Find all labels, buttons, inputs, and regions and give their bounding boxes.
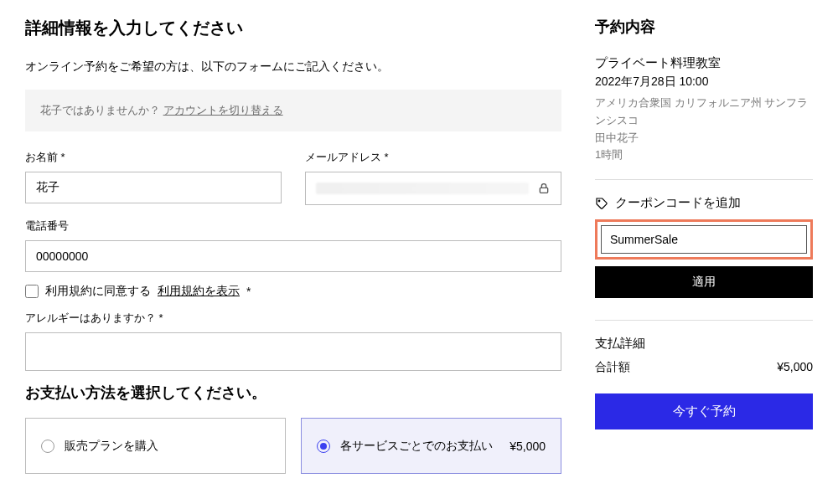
total-label: 合計額 xyxy=(595,360,630,375)
email-input-locked xyxy=(305,172,561,205)
name-input[interactable] xyxy=(25,172,282,203)
total-value: ¥5,000 xyxy=(777,360,813,375)
tag-icon xyxy=(595,197,608,210)
svg-rect-0 xyxy=(540,188,547,193)
switch-prefix: 花子ではありませんか？ xyxy=(40,104,160,116)
allergy-textarea[interactable] xyxy=(25,332,561,371)
intro-text: オンライン予約をご希望の方は、以下のフォームにご記入ください。 xyxy=(25,59,561,75)
summary-heading: 予約内容 xyxy=(595,17,813,37)
apply-button[interactable]: 適用 xyxy=(595,266,813,298)
switch-account-link[interactable]: アカウントを切り替える xyxy=(163,104,283,116)
coupon-label: クーポンコードを追加 xyxy=(615,195,741,211)
svg-point-1 xyxy=(598,200,600,202)
coupon-highlight-box xyxy=(595,219,813,260)
terms-agree-text: 利用規約に同意する xyxy=(45,284,151,299)
divider xyxy=(595,320,813,321)
pay-option-per-service[interactable]: 各サービスごとでのお支払い ¥5,000 xyxy=(301,418,561,474)
radio-per-service[interactable] xyxy=(317,440,330,453)
name-label: お名前 * xyxy=(25,150,282,165)
switch-account-box: 花子ではありませんか？ アカウントを切り替える xyxy=(25,90,561,131)
summary-duration: 1時間 xyxy=(595,147,813,164)
pay-option-per-service-price: ¥5,000 xyxy=(510,440,546,453)
divider xyxy=(595,179,813,180)
summary-datetime: 2022年7月28日 10:00 xyxy=(595,75,813,90)
terms-link[interactable]: 利用規約を表示 xyxy=(158,284,240,299)
page-title: 詳細情報を入力してください xyxy=(25,17,561,39)
book-now-button[interactable]: 今すぐ予約 xyxy=(595,393,813,429)
radio-plan[interactable] xyxy=(41,440,54,453)
summary-person: 田中花子 xyxy=(595,130,813,147)
summary-location: アメリカ合衆国 カリフォルニア州 サンフランシスコ xyxy=(595,95,813,130)
payment-method-title: お支払い方法を選択してください。 xyxy=(25,383,561,403)
pay-option-per-service-label: 各サービスごとでのお支払い xyxy=(340,437,499,455)
payment-details-heading: 支払詳細 xyxy=(595,336,813,352)
pay-option-plan[interactable]: 販売プランを購入 xyxy=(25,418,286,474)
coupon-input[interactable] xyxy=(601,225,807,254)
terms-checkbox[interactable] xyxy=(25,285,39,298)
phone-input[interactable] xyxy=(25,240,561,272)
allergy-label: アレルギーはありますか？ * xyxy=(25,311,561,326)
email-label: メールアドレス * xyxy=(305,150,561,165)
terms-star: * xyxy=(246,285,251,298)
pay-option-plan-label: 販売プランを購入 xyxy=(65,437,270,455)
phone-label: 電話番号 xyxy=(25,219,561,234)
email-blurred-value xyxy=(316,183,529,194)
lock-icon xyxy=(537,182,551,195)
summary-service: プライベート料理教室 xyxy=(595,55,813,71)
